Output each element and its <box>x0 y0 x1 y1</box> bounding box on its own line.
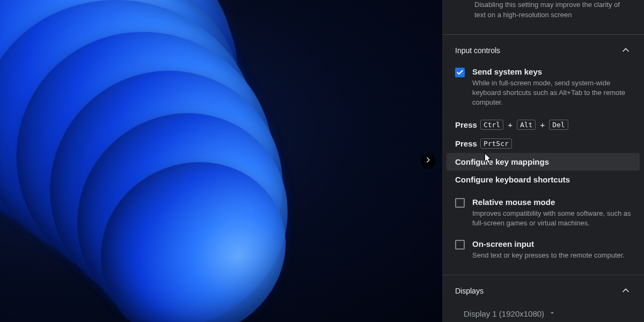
section-input-controls: Input controls Send system keys While in… <box>442 35 644 275</box>
option-relative-mouse-mode[interactable]: Relative mouse mode Improves compatibili… <box>442 194 644 236</box>
remote-viewport[interactable] <box>0 0 442 322</box>
option-description: Improves compatibility with some softwar… <box>472 209 631 228</box>
plus-separator: + <box>507 120 514 129</box>
section-header-input-controls[interactable]: Input controls <box>442 35 644 63</box>
section-title: Displays <box>455 287 484 295</box>
press-ctrl-alt-del-button[interactable]: Press Ctrl + Alt + Del <box>442 115 644 134</box>
configure-key-mappings-button[interactable]: Configure key mappings <box>447 153 640 171</box>
chevron-up-icon <box>620 285 631 297</box>
dropdown-caret-icon <box>548 309 556 318</box>
options-sidebar[interactable]: Disabling this setting may improve the c… <box>442 0 644 322</box>
option-body: On-screen input Send text or key presses… <box>472 239 631 260</box>
sidebar-collapse-button[interactable] <box>421 153 436 169</box>
action-label: Configure key mappings <box>455 157 549 166</box>
key-prtscr: PrtScr <box>480 138 512 149</box>
option-description: While in full-screen mode, send system-w… <box>472 78 631 108</box>
section-displays: Displays Display 1 (1920x1080) <box>442 275 644 322</box>
section-prior: Disabling this setting may improve the c… <box>442 0 644 35</box>
checkbox-relative-mouse[interactable] <box>455 198 465 208</box>
prior-setting-description: Disabling this setting may improve the c… <box>442 0 644 28</box>
display-selector[interactable]: Display 1 (1920x1080) <box>442 304 644 322</box>
key-del: Del <box>549 120 568 130</box>
option-onscreen-input[interactable]: On-screen input Send text or key presses… <box>442 236 644 268</box>
configure-keyboard-shortcuts-button[interactable]: Configure keyboard shortcuts <box>442 171 644 188</box>
remote-desktop-app: Disabling this setting may improve the c… <box>0 0 644 322</box>
section-title: Input controls <box>455 46 500 55</box>
option-description: Send text or key presses to the remote c… <box>472 251 631 260</box>
checkbox-onscreen-input[interactable] <box>455 240 465 250</box>
option-title: Send system keys <box>472 67 631 77</box>
key-ctrl: Ctrl <box>480 120 503 130</box>
chevron-right-icon <box>424 156 433 166</box>
key-alt: Alt <box>517 120 536 130</box>
action-label: Configure keyboard shortcuts <box>455 175 570 184</box>
wallpaper-win11-bloom <box>0 0 442 322</box>
checkbox-send-system-keys[interactable] <box>455 68 465 77</box>
option-title: Relative mouse mode <box>472 197 631 208</box>
press-label: Press <box>455 139 477 148</box>
display-selected-label: Display 1 (1920x1080) <box>464 309 544 318</box>
press-label: Press <box>455 120 477 129</box>
plus-separator: + <box>539 120 546 129</box>
option-body: Send system keys While in full-screen mo… <box>472 67 631 108</box>
option-body: Relative mouse mode Improves compatibili… <box>472 197 631 229</box>
section-header-displays[interactable]: Displays <box>442 275 644 304</box>
chevron-up-icon <box>620 45 631 57</box>
press-prtscr-button[interactable]: Press PrtScr <box>442 134 644 153</box>
option-title: On-screen input <box>472 239 631 250</box>
option-send-system-keys[interactable]: Send system keys While in full-screen mo… <box>442 63 644 115</box>
